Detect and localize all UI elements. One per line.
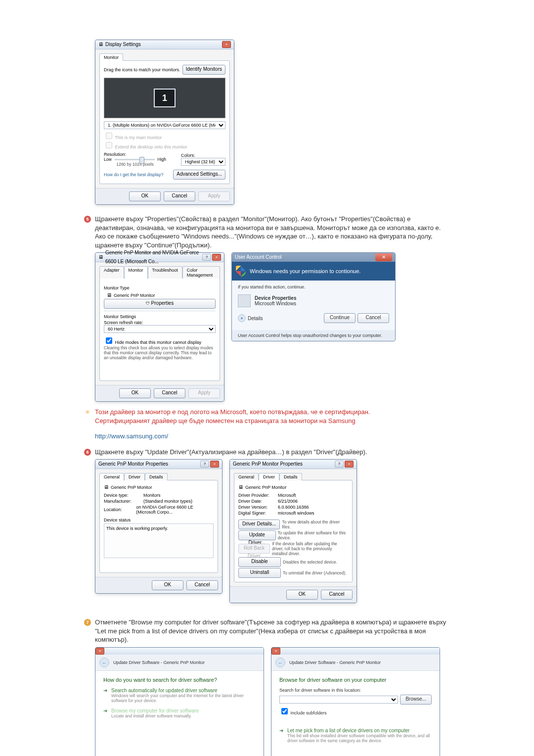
dd-label: Driver Date: — [238, 499, 278, 504]
hide-modes-checkbox[interactable] — [106, 337, 112, 344]
ok-button[interactable]: OK — [152, 580, 183, 590]
tab-adapter[interactable]: Adapter — [99, 266, 124, 279]
tab-color-management[interactable]: Color Management — [182, 266, 220, 279]
uac-started: If you started this action, continue. — [238, 284, 389, 289]
manufacturer-value: (Standard monitor types) — [143, 499, 192, 504]
close-icon[interactable]: × — [345, 461, 354, 468]
status-box: This device is working properly. — [104, 523, 214, 558]
apply-button: Apply — [198, 191, 230, 201]
cancel-button[interactable]: Cancel — [186, 580, 218, 590]
refresh-label: Screen refresh rate: — [104, 320, 216, 325]
device-name: Generic PnP Monitor — [111, 485, 152, 490]
uninstall-button[interactable]: Uninstall — [238, 568, 281, 578]
cancel-button[interactable]: Cancel — [357, 313, 389, 323]
device-type-label: Device type: — [104, 493, 143, 498]
arrow-icon: ➔ — [279, 728, 284, 743]
uac-banner: Windows needs your permission to contion… — [250, 268, 360, 274]
option-let-me-pick[interactable]: ➔ Let me pick from a list of device driv… — [279, 728, 432, 743]
monitor-icon: 🖥 — [238, 484, 243, 490]
opt2-title: Browse my computer for driver software — [111, 708, 199, 713]
close-icon[interactable]: ✕ — [375, 253, 392, 261]
update-driver-button[interactable]: Update Driver... — [238, 530, 276, 540]
monitor-settings-group: Monitor Settings — [104, 314, 216, 319]
monitor-1-icon[interactable]: 1 — [154, 89, 176, 107]
back-icon[interactable]: ← — [275, 658, 285, 667]
best-display-link[interactable]: How do I get the best display? — [104, 172, 164, 177]
samsung-text: Samsung — [328, 417, 356, 425]
advanced-settings-button[interactable]: Advanced Settings... — [173, 170, 225, 180]
wizard-1-title: Update Driver Software - Generic PnP Mon… — [113, 660, 205, 665]
tab-monitor[interactable]: Monitor — [124, 266, 148, 279]
monitor-properties-dialog: 🖥 Generic PnP Monitor and NVIDIA GeForce… — [95, 252, 224, 402]
close-icon[interactable]: × — [222, 41, 231, 48]
close-icon[interactable]: × — [271, 648, 280, 655]
identify-monitors-button[interactable]: Identify Monitors — [182, 65, 225, 75]
tab-details[interactable]: Details — [279, 473, 302, 480]
help-icon[interactable]: ? — [335, 461, 344, 468]
status-label: Device status — [104, 518, 214, 522]
tab-troubleshoot[interactable]: Troubleshoot — [148, 266, 182, 279]
ok-button[interactable]: OK — [119, 388, 151, 398]
colors-select[interactable]: Highest (32 bit) — [181, 158, 225, 166]
close-icon[interactable]: × — [210, 461, 219, 468]
main-monitor-checkbox — [106, 133, 112, 139]
window-title: Display Settings — [105, 40, 141, 49]
tab-driver[interactable]: Driver — [259, 473, 279, 480]
tab-monitor[interactable]: Monitor — [99, 53, 123, 61]
driver-details-button[interactable]: Driver Details... — [238, 520, 280, 529]
disable-desc: Disables the selected device. — [283, 560, 337, 565]
chevron-down-icon[interactable]: ▾ — [238, 314, 246, 322]
continue-button[interactable]: Continue — [324, 313, 356, 323]
tab-general[interactable]: General — [234, 473, 259, 480]
dd-value: 6/21/2006 — [278, 499, 298, 504]
step-5-text-2: Ако се покаже съобщението "Windows needs… — [95, 232, 450, 249]
pick-title: Let me pick from a list of device driver… — [287, 728, 432, 733]
res-value: 1280 by 1024 pixels — [104, 162, 166, 167]
monitor-preview-area: 1 — [104, 78, 225, 118]
details-label[interactable]: Details — [248, 316, 263, 321]
note-line-1: Този драйвер за монитор е под логото на … — [95, 408, 450, 417]
window-icon: 🖥 — [98, 253, 103, 262]
browse-button[interactable]: Browse... — [400, 695, 432, 705]
disable-button[interactable]: Disable — [238, 557, 281, 567]
cancel-button[interactable]: Cancel — [164, 191, 195, 201]
ok-button[interactable]: OK — [129, 191, 161, 201]
option-search-auto[interactable]: ➔ Search automatically for updated drive… — [103, 688, 256, 703]
help-icon[interactable]: ? — [200, 461, 209, 468]
samsung-link[interactable]: http://www.samsung.com/ — [95, 432, 168, 440]
uac-publisher: Microsoft Windows — [255, 301, 297, 306]
tab-driver[interactable]: Driver — [124, 473, 145, 480]
back-icon[interactable]: ← — [99, 658, 109, 667]
include-subfolders-checkbox[interactable] — [281, 708, 288, 714]
monitor-icon: 🖥 — [107, 292, 112, 298]
properties-button[interactable]: 🛡 Properties — [104, 299, 216, 309]
monitor-select[interactable]: 1. (Multiple Monitors) on NVIDIA GeForce… — [104, 121, 225, 129]
step-6-text: Щракнете върху "Update Driver"(Актуализи… — [95, 448, 450, 457]
close-icon[interactable]: × — [212, 254, 221, 261]
cancel-button[interactable]: Cancel — [321, 590, 353, 600]
ok-button[interactable]: OK — [286, 590, 318, 600]
step-7-badge: 7 — [84, 619, 91, 626]
close-icon[interactable]: × — [95, 648, 104, 655]
tab-details[interactable]: Details — [145, 473, 168, 480]
help-icon[interactable]: ? — [202, 254, 211, 261]
location-combo[interactable] — [279, 696, 398, 704]
monitor-type-value: Generic PnP Monitor — [114, 293, 155, 298]
colors-label: Colors: — [181, 153, 225, 158]
opt2-desc: Locate and install driver software manua… — [111, 713, 199, 718]
wizard-2-heading: Browse for driver software on your compu… — [279, 677, 432, 683]
program-icon — [238, 294, 251, 307]
update-driver-desc: To update the driver software for this d… — [278, 530, 348, 540]
uac-footer: User Account Control helps stop unauthor… — [232, 330, 395, 341]
device-type-value: Monitors — [143, 493, 161, 498]
tab-general[interactable]: General — [99, 473, 124, 480]
refresh-rate-select[interactable]: 60 Hertz — [104, 325, 216, 333]
cancel-button[interactable]: Cancel — [154, 388, 185, 398]
arrow-icon: ➔ — [103, 708, 108, 718]
ds-value: microsoft windows — [278, 511, 314, 516]
resolution-slider[interactable] — [115, 159, 155, 160]
res-high: High — [158, 157, 166, 162]
option-browse-computer[interactable]: ➔ Browse my computer for driver software… — [103, 708, 256, 718]
include-subfolders-label: Include subfolders — [291, 710, 327, 715]
wizard-2-title: Update Driver Software - Generic PnP Mon… — [289, 660, 381, 665]
